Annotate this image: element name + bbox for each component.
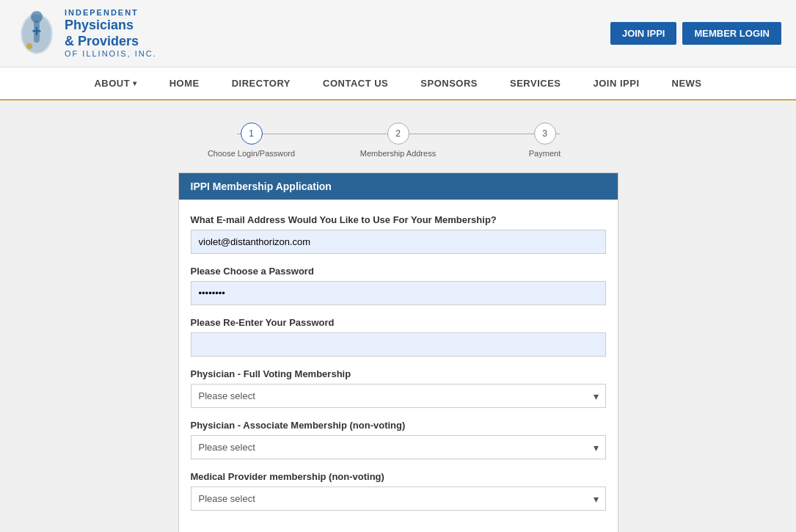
logo-area: + INDEPENDENT Physicians & Providers OF …: [15, 6, 157, 61]
form-card-header: IPPI Membership Application: [179, 173, 618, 200]
medical-provider-group: Medical Provider membership (non-voting)…: [191, 471, 606, 511]
logo-icon: +: [15, 6, 59, 61]
step-1: 1 Choose Login/Password: [178, 123, 325, 158]
email-group: What E-mail Address Would You Like to Us…: [191, 214, 606, 254]
nav-contact-us[interactable]: CONTACT US: [307, 68, 404, 99]
svg-point-5: [26, 43, 32, 49]
header: + INDEPENDENT Physicians & Providers OF …: [0, 0, 796, 68]
password-group: Please Choose a Password: [191, 266, 606, 305]
step-3: 3 Payment: [472, 123, 618, 158]
logo-text: INDEPENDENT Physicians & Providers OF IL…: [65, 8, 157, 59]
header-buttons: JOIN IPPI MEMBER LOGIN: [610, 22, 781, 45]
physician-assoc-select-wrapper: Please select: [191, 435, 606, 459]
form-card-body: What E-mail Address Would You Like to Us…: [179, 200, 618, 532]
physician-assoc-label: Physician - Associate Membership (non-vo…: [191, 420, 606, 431]
step-3-circle: 3: [534, 123, 556, 145]
step-1-circle: 1: [241, 123, 263, 145]
nav-news[interactable]: NEWS: [656, 68, 718, 99]
member-login-button[interactable]: MEMBER LOGIN: [682, 22, 781, 45]
navigation: ABOUT ▾ HOME DIRECTORY CONTACT US SPONSO…: [0, 68, 796, 101]
step-2-circle: 2: [387, 123, 409, 145]
nav-home[interactable]: HOME: [153, 68, 216, 99]
join-ippi-button[interactable]: JOIN IPPI: [610, 22, 677, 45]
password-input[interactable]: [191, 281, 606, 305]
medical-provider-select[interactable]: Please select: [191, 487, 606, 511]
chevron-down-icon: ▾: [133, 79, 137, 87]
reenter-label: Please Re-Enter Your Password: [191, 317, 606, 328]
medical-provider-select-wrapper: Please select: [191, 487, 606, 511]
progress-bar: 1 Choose Login/Password 2 Membership Add…: [178, 123, 618, 158]
nav-sponsors[interactable]: SPONSORS: [404, 68, 494, 99]
nav-join-ippi[interactable]: JOIN IPPI: [577, 68, 656, 99]
nav-directory[interactable]: DIRECTORY: [216, 68, 307, 99]
physician-assoc-select[interactable]: Please select: [191, 435, 606, 459]
physician-full-select-wrapper: Please select: [191, 384, 606, 408]
reenter-input[interactable]: [191, 332, 606, 357]
step-2: 2 Membership Address: [325, 123, 472, 158]
physician-full-select[interactable]: Please select: [191, 384, 606, 408]
medical-provider-label: Medical Provider membership (non-voting): [191, 471, 606, 482]
email-label: What E-mail Address Would You Like to Us…: [191, 214, 606, 225]
physician-full-group: Physician - Full Voting Membership Pleas…: [191, 368, 606, 408]
email-input[interactable]: [191, 230, 606, 254]
physician-full-label: Physician - Full Voting Membership: [191, 368, 606, 379]
svg-rect-4: [34, 21, 40, 43]
physician-assoc-group: Physician - Associate Membership (non-vo…: [191, 420, 606, 459]
nav-about[interactable]: ABOUT ▾: [78, 68, 153, 99]
password-label: Please Choose a Password: [191, 266, 606, 277]
reenter-group: Please Re-Enter Your Password: [191, 317, 606, 357]
main-content: 1 Choose Login/Password 2 Membership Add…: [0, 101, 796, 532]
nav-services[interactable]: SERVICES: [494, 68, 577, 99]
form-card: IPPI Membership Application What E-mail …: [178, 172, 618, 532]
